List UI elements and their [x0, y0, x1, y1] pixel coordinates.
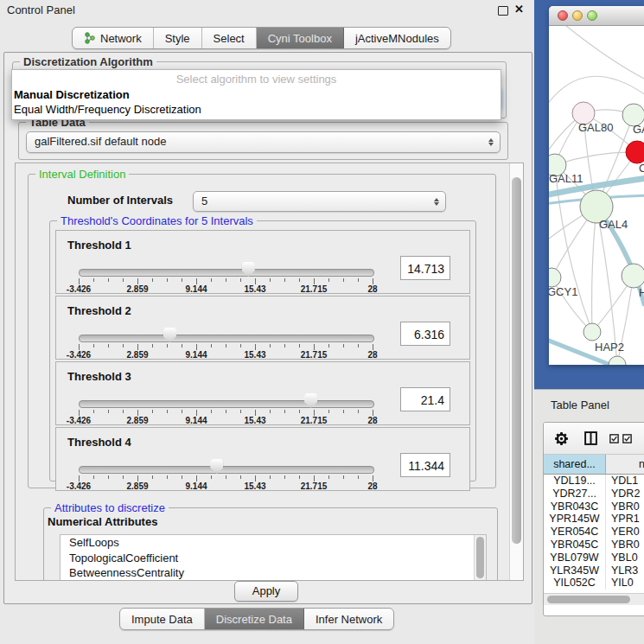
- bottom-tab-label: Discretize Data: [216, 613, 292, 626]
- tab-cyni-toolbox[interactable]: Cyni Toolbox: [257, 28, 344, 48]
- thresholds-group-title: Threshold's Coordinates for 5 Intervals: [57, 214, 257, 227]
- checkbox-checked-icon[interactable]: [609, 434, 619, 443]
- viewport-scrollbar-thumb[interactable]: [512, 177, 521, 544]
- threshold-value-field[interactable]: 11.344: [400, 453, 450, 477]
- table-row[interactable]: YIL052CYIL0: [544, 577, 644, 590]
- tab-network[interactable]: Network: [73, 28, 154, 48]
- apply-button[interactable]: Apply: [234, 581, 298, 602]
- checkbox-checked-icon[interactable]: [622, 434, 632, 443]
- table-panel-section: Table Panel share: [534, 389, 644, 644]
- threshold-value-field[interactable]: 21.4: [400, 387, 450, 411]
- algorithm-group-title: Discretization Algorithm: [20, 55, 156, 68]
- table-row[interactable]: YBL079WYBL0: [544, 552, 644, 564]
- network-window-titlebar: [549, 6, 644, 26]
- shared-name-cell: YIL052C: [544, 577, 606, 590]
- interval-definition-title: Interval Definition: [35, 168, 129, 181]
- shared-name-cell: YDL19...: [544, 475, 606, 488]
- network-node[interactable]: [609, 356, 626, 365]
- network-window: GAL80GACGAL11GAL4GCY1HHAP2: [549, 6, 644, 365]
- bottom-tab-impute-data[interactable]: Impute Data: [120, 609, 205, 629]
- table-row[interactable]: YLR345WYLR3: [544, 564, 644, 577]
- bottom-tab-label: Infer Network: [316, 613, 382, 626]
- node-table: shared... na YDL19...YDL1YDR27...YDR2YBR…: [543, 422, 644, 616]
- attributes-scrollbar[interactable]: [474, 535, 486, 581]
- node-label: GA: [633, 123, 644, 136]
- numerical-attributes-label: Numerical Attributes: [48, 515, 157, 528]
- zoom-button[interactable]: [587, 10, 597, 21]
- split-columns-icon[interactable]: [584, 431, 597, 445]
- threshold-slider-track[interactable]: [79, 466, 374, 474]
- table-horizontal-scrollbar[interactable]: [544, 593, 644, 605]
- threshold-slider-track[interactable]: [79, 400, 374, 408]
- shared-name-cell: YPR145W: [544, 513, 606, 526]
- viewport-scrollbar[interactable]: [509, 163, 523, 580]
- shared-name-cell: YER054C: [544, 526, 606, 539]
- network-edge: [555, 152, 637, 165]
- table-header-row: shared... na: [544, 455, 644, 475]
- tab-select[interactable]: Select: [202, 28, 257, 48]
- attributes-scrollbar-thumb[interactable]: [476, 537, 484, 578]
- close-icon[interactable]: ✕: [514, 3, 524, 16]
- bottom-tab-infer-network[interactable]: Infer Network: [304, 609, 393, 629]
- attribute-list-item[interactable]: TopologicalCoefficient: [61, 551, 486, 566]
- network-node-hap2[interactable]: [583, 323, 601, 341]
- tab-label: Select: [214, 32, 245, 45]
- table-row[interactable]: YDR27...YDR2: [544, 488, 644, 501]
- dropdown-option-manual[interactable]: Manual Discretization: [14, 88, 130, 101]
- threshold-row-2: Threshold 2-3.4262.8599.14415.4321.71528…: [55, 296, 470, 360]
- table-row[interactable]: YPR145WYPR1: [544, 513, 644, 526]
- float-window-icon[interactable]: [498, 6, 508, 16]
- dropdown-option-equal-width[interactable]: Equal Width/Frequency Discretization: [14, 103, 201, 116]
- network-node-h[interactable]: [622, 264, 644, 288]
- node-label: HAP2: [595, 341, 624, 354]
- table-data-combobox-value: galFiltered.sif default node: [35, 135, 166, 148]
- algorithm-dropdown-popup: Select algorithm to view settings Manual…: [11, 69, 501, 120]
- tab-label: Network: [100, 32, 142, 45]
- top-tab-bar: NetworkStyleSelectCyni ToolboxjActiveMNo…: [72, 27, 451, 49]
- node-label: GAL4: [599, 218, 628, 231]
- minimize-button[interactable]: [572, 10, 583, 21]
- attribute-list-item[interactable]: SelfLoops: [61, 535, 486, 551]
- app-root: Control Panel ✕ NetworkStyleSelectCyni T…: [0, 0, 644, 644]
- column-header-name[interactable]: na: [606, 455, 644, 475]
- numerical-attributes-list[interactable]: SelfLoopsTopologicalCoefficientBetweenne…: [60, 534, 487, 581]
- table-row[interactable]: YBR043CYBR0: [544, 501, 644, 513]
- num-intervals-combobox[interactable]: 5: [193, 191, 446, 212]
- interval-definition-group: Interval Definition Number of Intervals …: [28, 174, 496, 488]
- node-label: C: [639, 162, 644, 175]
- threshold-value-field[interactable]: 14.713: [400, 256, 450, 280]
- network-node-c[interactable]: [626, 141, 644, 163]
- table-row[interactable]: YBR045CYBR0: [544, 539, 644, 552]
- table-row[interactable]: YER054CYER0: [544, 526, 644, 539]
- tab-jactivemnodules[interactable]: jActiveMNodules: [344, 28, 450, 48]
- bottom-tab-discretize-data[interactable]: Discretize Data: [205, 609, 304, 629]
- name-cell: YIL0: [606, 577, 644, 590]
- threshold-slider-track[interactable]: [79, 335, 374, 342]
- close-button[interactable]: [558, 10, 568, 21]
- tab-label: Cyni Toolbox: [268, 32, 332, 45]
- name-cell: YDL1: [606, 475, 644, 488]
- shared-name-cell: YBR045C: [544, 539, 606, 552]
- threshold-slider-track[interactable]: [79, 269, 374, 277]
- shared-name-cell: YBR043C: [544, 501, 606, 513]
- table-row[interactable]: YDL19...YDL1: [544, 475, 644, 488]
- table-horizontal-scrollbar-thumb[interactable]: [547, 596, 630, 603]
- tab-style[interactable]: Style: [154, 28, 202, 48]
- node-label: GAL80: [578, 121, 613, 134]
- gear-icon[interactable]: [554, 431, 569, 446]
- threshold-row-4: Threshold 4-3.4262.8599.14415.4321.71528…: [55, 427, 470, 491]
- control-panel: Control Panel ✕ NetworkStyleSelectCyni T…: [0, 0, 534, 644]
- network-node-gcy1[interactable]: [549, 268, 561, 287]
- combo-arrows-icon: [434, 192, 439, 211]
- table-data-group: Table Data galFiltered.sif default node: [18, 122, 508, 160]
- attributes-group: Attributes to discretize Numerical Attri…: [43, 507, 498, 581]
- network-edge: [592, 207, 596, 332]
- attribute-list-item[interactable]: BetweennessCentrality: [61, 565, 486, 581]
- network-canvas[interactable]: GAL80GACGAL11GAL4GCY1HHAP2: [549, 26, 644, 365]
- column-header-shared-name[interactable]: shared...: [544, 455, 606, 475]
- table-data-combobox[interactable]: galFiltered.sif default node: [26, 131, 501, 153]
- threshold-value-field[interactable]: 6.316: [400, 322, 450, 346]
- node-label: H: [639, 286, 644, 299]
- threshold-row-3: Threshold 3-3.4262.8599.14415.4321.71528…: [55, 361, 470, 425]
- attributes-group-title: Attributes to discretize: [51, 501, 169, 514]
